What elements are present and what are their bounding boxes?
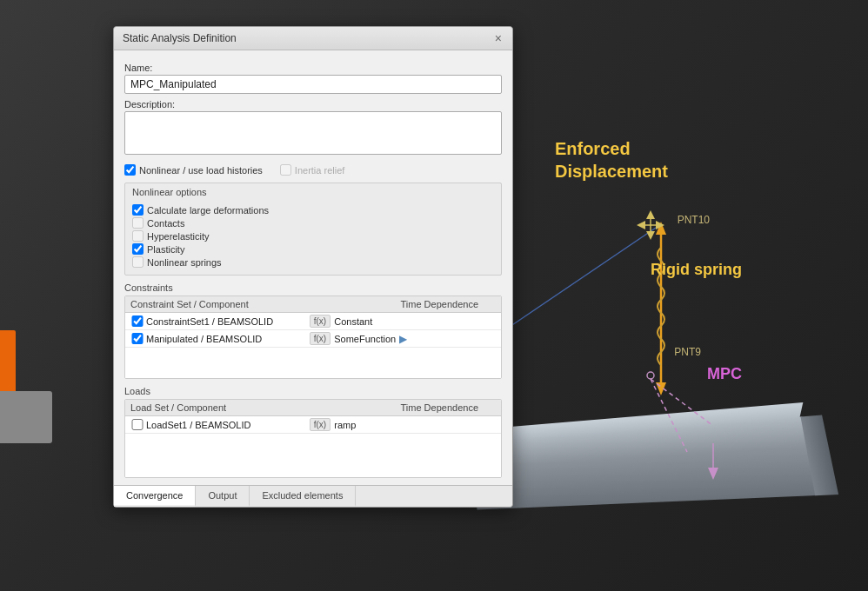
hyperelasticity-label: Hyperelasticity bbox=[147, 231, 210, 242]
nonlinear-springs-row: Nonlinear springs bbox=[132, 256, 494, 268]
load-row-1-name: LoadSet1 / BEAMSOLID bbox=[144, 420, 310, 430]
constraint-row-2-dep: SomeFunction ▶ bbox=[331, 333, 496, 345]
gray-bar bbox=[0, 391, 52, 443]
dialog-tabs: Convergence Output Excluded elements bbox=[114, 485, 512, 507]
edit-icon[interactable]: ▶ bbox=[399, 333, 407, 345]
constraint-row-2-fx[interactable]: f(x) bbox=[310, 332, 331, 345]
constraints-col-dep: Time Dependence bbox=[313, 299, 496, 309]
constraints-table: Constraint Set / Component Time Dependen… bbox=[124, 296, 502, 379]
dialog-title: Static Analysis Definition bbox=[123, 32, 237, 44]
constraint-row-1: ConstraintSet1 / BEAMSOLID f(x) Constant bbox=[125, 313, 501, 330]
load-row-1: LoadSet1 / BEAMSOLID f(x) ramp bbox=[125, 416, 501, 434]
loads-col-dep: Time Dependence bbox=[313, 402, 496, 413]
tab-convergence[interactable]: Convergence bbox=[114, 486, 196, 507]
nonlinear-row: Nonlinear / use load histories Inertia r… bbox=[124, 164, 502, 176]
inertia-relief-label: Inertia relief bbox=[295, 165, 344, 176]
hyperelasticity-checkbox[interactable] bbox=[132, 230, 144, 242]
plasticity-checkbox[interactable] bbox=[132, 243, 144, 255]
constraints-title: Constraints bbox=[124, 282, 502, 293]
inertia-relief-checkbox[interactable] bbox=[280, 164, 291, 176]
hyperelasticity-row: Hyperelasticity bbox=[132, 230, 494, 242]
loads-section: Loads Load Set / Component Time Dependen… bbox=[124, 386, 502, 478]
name-label: Name: bbox=[124, 63, 502, 73]
nonlinear-options-section: Nonlinear options Calculate large deform… bbox=[124, 183, 502, 276]
constraint-row-1-name: ConstraintSet1 / BEAMSOLID bbox=[144, 316, 310, 327]
nonlinear-label[interactable]: Nonlinear / use load histories bbox=[139, 165, 263, 176]
loads-table-header: Load Set / Component Time Dependence bbox=[125, 400, 501, 416]
constraints-table-spacer bbox=[125, 348, 501, 378]
name-input[interactable] bbox=[124, 75, 502, 94]
loads-col-set: Load Set / Component bbox=[130, 402, 313, 413]
calc-large-deformations-checkbox[interactable] bbox=[132, 204, 144, 216]
loads-table-spacer bbox=[125, 434, 501, 477]
constraint-row-2-name: Manipulated / BEAMSOLID bbox=[144, 334, 310, 344]
constraint-row-1-dep: Constant bbox=[331, 316, 496, 327]
load-row-1-checkbox[interactable] bbox=[130, 419, 144, 430]
nonlinear-checkbox[interactable] bbox=[124, 164, 136, 176]
constraint-row-1-checkbox[interactable] bbox=[130, 315, 144, 327]
beam-shape bbox=[477, 416, 818, 509]
calc-large-deformations-label[interactable]: Calculate large deformations bbox=[147, 205, 269, 216]
nonlinear-springs-label: Nonlinear springs bbox=[147, 257, 222, 268]
nonlinear-springs-checkbox[interactable] bbox=[132, 256, 144, 268]
static-analysis-dialog: Static Analysis Definition × Name: Descr… bbox=[113, 26, 513, 508]
tab-excluded-elements[interactable]: Excluded elements bbox=[250, 486, 356, 507]
load-row-1-dep: ramp bbox=[331, 420, 496, 430]
loads-table: Load Set / Component Time Dependence Loa… bbox=[124, 399, 502, 478]
dialog-body: Name: Description: Nonlinear / use load … bbox=[114, 50, 512, 485]
description-textarea[interactable] bbox=[124, 111, 502, 155]
tab-output[interactable]: Output bbox=[196, 486, 250, 507]
dialog-titlebar: Static Analysis Definition × bbox=[114, 27, 512, 50]
loads-title: Loads bbox=[124, 386, 502, 396]
constraints-table-header: Constraint Set / Component Time Dependen… bbox=[125, 296, 501, 313]
constraints-section: Constraints Constraint Set / Component T… bbox=[124, 282, 502, 379]
description-label: Description: bbox=[124, 99, 502, 110]
contacts-row: Contacts bbox=[132, 217, 494, 229]
load-row-1-fx[interactable]: f(x) bbox=[310, 418, 331, 431]
constraint-row-2: Manipulated / BEAMSOLID f(x) SomeFunctio… bbox=[125, 330, 501, 348]
nonlinear-options-header: Nonlinear options bbox=[125, 183, 501, 201]
constraints-col-set: Constraint Set / Component bbox=[130, 299, 313, 309]
constraint-row-2-checkbox[interactable] bbox=[130, 333, 144, 344]
nonlinear-options-body: Calculate large deformations Contacts Hy… bbox=[125, 201, 501, 275]
contacts-label: Contacts bbox=[147, 218, 184, 229]
contacts-checkbox[interactable] bbox=[132, 217, 144, 229]
calc-large-deformations-row: Calculate large deformations bbox=[132, 204, 494, 216]
dialog-close-button[interactable]: × bbox=[493, 32, 504, 44]
constraint-row-1-fx[interactable]: f(x) bbox=[310, 315, 331, 328]
plasticity-label[interactable]: Plasticity bbox=[147, 244, 184, 255]
plasticity-row: Plasticity bbox=[132, 243, 494, 255]
